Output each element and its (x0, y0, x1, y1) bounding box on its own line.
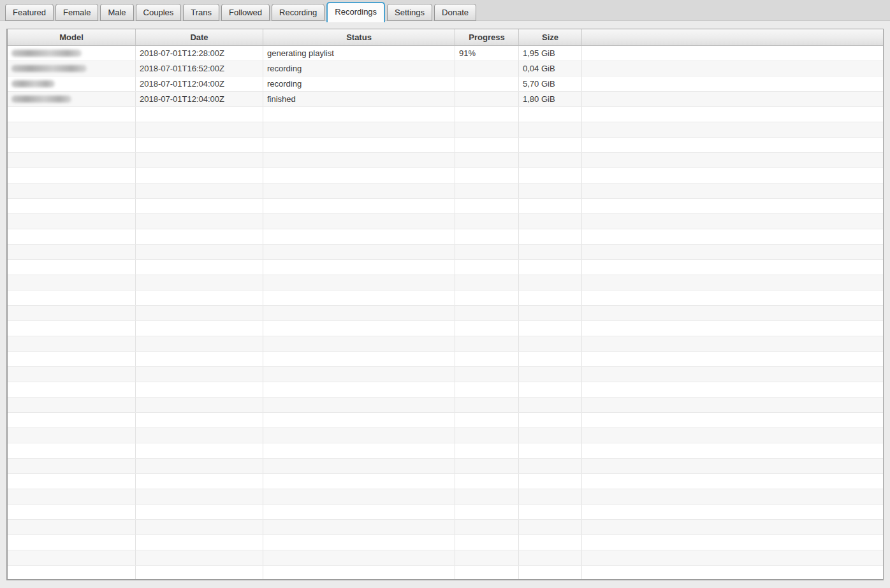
table-row-empty[interactable] (8, 474, 883, 489)
cell-empty (136, 336, 263, 351)
table-row-empty[interactable] (8, 260, 883, 275)
table-row-empty[interactable] (8, 336, 883, 352)
cell-filler (582, 46, 883, 61)
table-row-empty[interactable] (8, 413, 883, 428)
cell-empty (519, 382, 582, 397)
tab-recording[interactable]: Recording (272, 4, 325, 21)
cell-empty (582, 306, 883, 320)
table-row-empty[interactable] (8, 367, 883, 382)
cell-empty (136, 489, 263, 504)
cell-empty (136, 505, 263, 519)
cell-empty (519, 138, 582, 152)
table-row-empty[interactable] (8, 443, 883, 459)
table-row[interactable]: 2018-07-01T12:04:00Zrecording5,70 GiB (8, 76, 883, 92)
table-row-empty[interactable] (8, 138, 883, 153)
cell-empty (455, 489, 519, 504)
cell-empty (8, 459, 136, 473)
cell-empty (582, 214, 883, 229)
table-row-empty[interactable] (8, 245, 883, 260)
table-row-empty[interactable] (8, 290, 883, 306)
cell-empty (8, 245, 136, 259)
cell-empty (8, 535, 136, 550)
cell-empty (263, 229, 455, 244)
table-row-empty[interactable] (8, 168, 883, 183)
cell-empty (455, 153, 519, 168)
table-row-empty[interactable] (8, 535, 883, 550)
table-row-empty[interactable] (8, 229, 883, 245)
cell-progress: 91% (455, 46, 519, 61)
tab-couples[interactable]: Couples (136, 4, 182, 21)
table-row[interactable]: 2018-07-01T16:52:00Zrecording0,04 GiB (8, 61, 883, 76)
cell-empty (136, 275, 263, 290)
cell-empty (136, 443, 263, 458)
table-row-empty[interactable] (8, 550, 883, 566)
table-row-empty[interactable] (8, 275, 883, 290)
cell-empty (582, 428, 883, 443)
cell-empty (8, 107, 136, 122)
tab-female[interactable]: Female (55, 4, 98, 21)
cell-model (8, 61, 136, 76)
table-row[interactable]: 2018-07-01T12:28:00Zgenerating playlist9… (8, 46, 883, 61)
cell-empty (455, 474, 519, 489)
column-header-model[interactable]: Model (8, 29, 136, 45)
column-header-progress[interactable]: Progress (455, 29, 519, 45)
cell-status: finished (263, 92, 455, 106)
cell-empty (519, 321, 582, 336)
table-row-empty[interactable] (8, 352, 883, 367)
cell-empty (582, 382, 883, 397)
table-row-empty[interactable] (8, 489, 883, 505)
column-header-status[interactable]: Status (263, 29, 455, 45)
table-row-empty[interactable] (8, 183, 883, 199)
tab-male[interactable]: Male (100, 4, 133, 21)
table-row-empty[interactable] (8, 566, 883, 580)
cell-empty (582, 566, 883, 580)
tab-followed[interactable]: Followed (221, 4, 270, 21)
column-header-date[interactable]: Date (136, 29, 263, 45)
table-row-empty[interactable] (8, 321, 883, 336)
cell-empty (519, 153, 582, 168)
column-header-size[interactable]: Size (519, 29, 582, 45)
table-row-empty[interactable] (8, 153, 883, 168)
cell-empty (136, 245, 263, 259)
table-row-empty[interactable] (8, 122, 883, 138)
cell-empty (455, 352, 519, 366)
tab-recordings[interactable]: Recordings (326, 2, 385, 22)
table-row-empty[interactable] (8, 214, 883, 229)
cell-empty (263, 367, 455, 382)
cell-empty (455, 413, 519, 427)
cell-size: 1,95 GiB (519, 46, 582, 61)
cell-empty (582, 550, 883, 565)
table-row-empty[interactable] (8, 199, 883, 214)
cell-date: 2018-07-01T16:52:00Z (136, 61, 263, 76)
table-row-empty[interactable] (8, 398, 883, 413)
cell-empty (582, 107, 883, 122)
table-row-empty[interactable] (8, 505, 883, 520)
cell-empty (263, 505, 455, 519)
tab-featured[interactable]: Featured (5, 4, 54, 21)
cell-empty (263, 474, 455, 489)
tab-settings[interactable]: Settings (387, 4, 432, 21)
table-row-empty[interactable] (8, 382, 883, 398)
table-row-empty[interactable] (8, 428, 883, 443)
cell-empty (582, 489, 883, 504)
table-row-empty[interactable] (8, 459, 883, 474)
table-row-empty[interactable] (8, 520, 883, 535)
cell-empty (582, 367, 883, 382)
cell-empty (519, 535, 582, 550)
cell-date: 2018-07-01T12:04:00Z (136, 92, 263, 106)
tab-trans[interactable]: Trans (183, 4, 219, 21)
cell-empty (582, 275, 883, 290)
cell-empty (455, 183, 519, 198)
cell-empty (136, 367, 263, 382)
table-row-empty[interactable] (8, 107, 883, 122)
cell-empty (455, 260, 519, 275)
cell-empty (455, 138, 519, 152)
table-row-empty[interactable] (8, 306, 883, 321)
recordings-table: ModelDateStatusProgressSize 2018-07-01T1… (6, 29, 884, 580)
cell-empty (519, 229, 582, 244)
table-row[interactable]: 2018-07-01T12:04:00Zfinished1,80 GiB (8, 92, 883, 107)
tab-donate[interactable]: Donate (434, 4, 476, 21)
cell-empty (8, 183, 136, 198)
cell-empty (8, 505, 136, 519)
cell-empty (263, 321, 455, 336)
